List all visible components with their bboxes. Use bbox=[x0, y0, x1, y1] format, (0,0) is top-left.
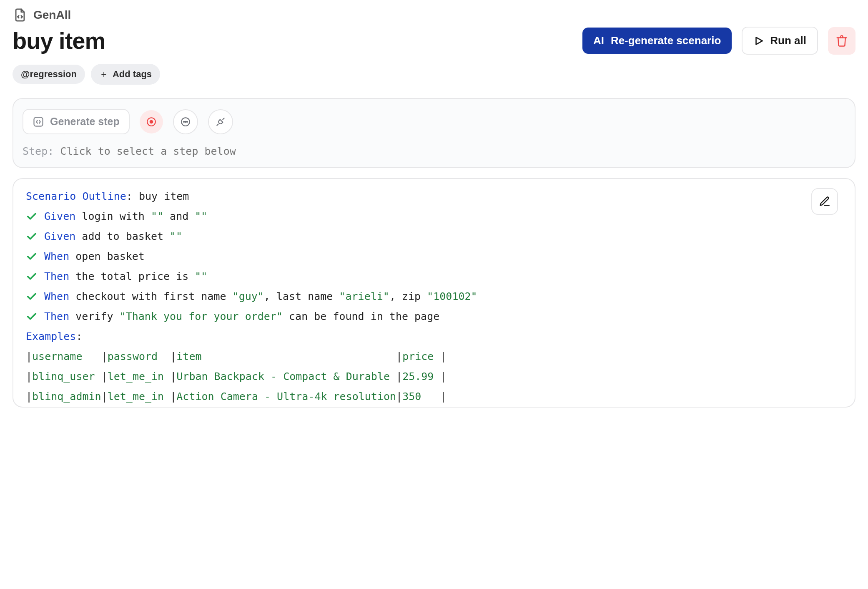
step-line[interactable]: When open basket bbox=[26, 247, 842, 267]
step-panel: Generate step bbox=[13, 98, 855, 168]
svg-point-7 bbox=[186, 121, 187, 122]
svg-point-5 bbox=[183, 121, 184, 122]
regenerate-scenario-button[interactable]: AI Re-generate scenario bbox=[582, 28, 732, 54]
tags-row: @regression ＋ Add tags bbox=[13, 64, 855, 85]
generate-step-label: Generate step bbox=[50, 116, 120, 128]
checkmark-icon bbox=[26, 291, 44, 302]
regenerate-label: Re-generate scenario bbox=[611, 34, 721, 47]
checkmark-icon bbox=[26, 311, 44, 322]
add-tags-label: Add tags bbox=[113, 69, 152, 80]
step-line[interactable]: Given add to basket "" bbox=[26, 227, 842, 247]
play-icon bbox=[753, 35, 764, 46]
checkmark-icon bbox=[26, 251, 44, 262]
record-button[interactable] bbox=[140, 110, 163, 133]
step-placeholder: Click to select a step below bbox=[60, 145, 236, 157]
header-actions: AI Re-generate scenario Run all bbox=[582, 27, 855, 55]
pencil-icon bbox=[819, 196, 830, 207]
svg-point-6 bbox=[185, 121, 186, 122]
brand-logo-icon bbox=[13, 8, 28, 23]
record-icon bbox=[146, 116, 157, 127]
brand-name: GenAll bbox=[33, 8, 71, 22]
examples-header[interactable]: | username | password | item | price | bbox=[26, 347, 842, 367]
scenario-code: Scenario Outline: buy item Given login w… bbox=[13, 179, 855, 408]
step-prefix: Step: bbox=[23, 145, 54, 157]
run-all-button[interactable]: Run all bbox=[742, 27, 818, 55]
tag-chip[interactable]: @regression bbox=[13, 65, 85, 84]
brand-row: GenAll bbox=[13, 8, 855, 23]
connection-button[interactable] bbox=[208, 109, 233, 134]
add-tags-button[interactable]: ＋ Add tags bbox=[91, 64, 160, 85]
step-line[interactable]: Then verify "Thank you for your order" c… bbox=[26, 307, 842, 327]
step-line[interactable]: When checkout with first name "guy", las… bbox=[26, 287, 842, 307]
generate-step-icon bbox=[33, 116, 44, 128]
step-line[interactable]: Then the total price is "" bbox=[26, 267, 842, 287]
run-all-label: Run all bbox=[770, 34, 806, 47]
trash-icon bbox=[835, 35, 848, 47]
examples-row[interactable]: | blinq_admin| let_me_in | Action Camera… bbox=[26, 387, 842, 407]
checkmark-icon bbox=[26, 271, 44, 282]
plug-icon bbox=[215, 116, 226, 127]
page-title: buy item bbox=[13, 27, 105, 54]
comment-button[interactable] bbox=[173, 109, 198, 134]
checkmark-icon bbox=[26, 231, 44, 242]
step-line[interactable]: Step: Click to select a step below bbox=[23, 145, 845, 157]
svg-point-3 bbox=[150, 120, 153, 123]
plus-icon: ＋ bbox=[99, 68, 108, 81]
svg-marker-0 bbox=[756, 37, 763, 44]
edit-button[interactable] bbox=[811, 188, 838, 215]
ai-badge: AI bbox=[593, 34, 604, 47]
scenario-editor[interactable]: Scenario Outline: buy item Given login w… bbox=[13, 178, 855, 408]
generate-step-button[interactable]: Generate step bbox=[23, 109, 130, 134]
comment-icon bbox=[180, 116, 191, 127]
examples-row[interactable]: | blinq_user | let_me_in | Mizu Bottle -… bbox=[26, 407, 842, 408]
delete-button[interactable] bbox=[828, 27, 855, 55]
examples-row[interactable]: | blinq_user | let_me_in | Urban Backpac… bbox=[26, 367, 842, 387]
checkmark-icon bbox=[26, 211, 44, 222]
step-line[interactable]: Given login with "" and "" bbox=[26, 206, 842, 227]
scenario-outline-line[interactable]: Scenario Outline: buy item bbox=[26, 186, 842, 206]
svg-rect-1 bbox=[34, 117, 43, 126]
examples-line[interactable]: Examples: bbox=[26, 327, 842, 347]
